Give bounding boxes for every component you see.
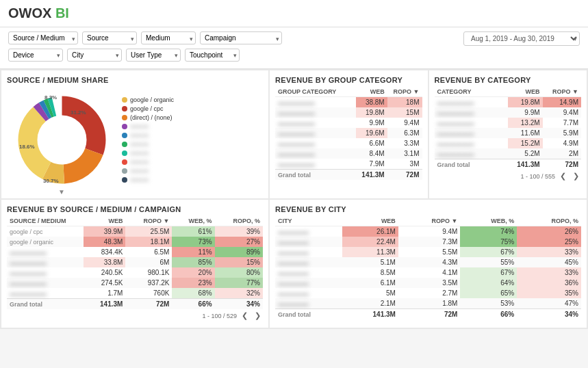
- revenue-city-panel: REVENUE BY CITY CITY WEB ROPO ▼ WEB, % R…: [270, 200, 587, 328]
- city-select[interactable]: City: [67, 49, 122, 62]
- legend-dot-8: [122, 159, 127, 165]
- city-label: ▬▬▬▬▬: [275, 257, 342, 267]
- date-select[interactable]: Aug 1, 2019 - Aug 30, 2019: [463, 31, 580, 46]
- group-cat-ropo: 3.1M: [387, 148, 422, 159]
- legend-label-10: ●●●●●: [130, 176, 149, 183]
- sm-next-page[interactable]: ❯: [253, 311, 263, 321]
- sm-label: ▬▬▬▬▬▬: [7, 267, 84, 278]
- city-filter[interactable]: City: [67, 49, 122, 62]
- source-filter[interactable]: Source: [82, 31, 137, 46]
- group-cat-web: 19.6M: [356, 128, 387, 138]
- city-web-pct: 65%: [460, 288, 517, 298]
- city-ropo-pct: 26%: [517, 226, 581, 237]
- col-web-pct-city[interactable]: WEB, %: [460, 216, 517, 226]
- city-label: ▬▬▬▬▬: [275, 237, 342, 247]
- filter-row-1: Source / Medium Source Medium Campaign A…: [8, 31, 580, 46]
- device-filter[interactable]: Device: [8, 49, 63, 62]
- legend-label-5: ●●●●●: [130, 132, 149, 139]
- table-row: ▬▬▬▬▬▬ 15.2M 4.9M: [435, 138, 582, 148]
- table-row: ▬▬▬▬▬▬ 240.5K 980.1K 20% 80%: [7, 267, 263, 278]
- cat-web: 5.2M: [508, 148, 543, 159]
- col-web-pct-sm[interactable]: WEB, %: [172, 216, 214, 226]
- touchpoint-select[interactable]: Touchpoint: [185, 49, 240, 62]
- device-select[interactable]: Device: [8, 49, 63, 62]
- svg-text:30.7%: 30.7%: [43, 178, 59, 184]
- city-ropo: 5.5M: [398, 247, 461, 257]
- group-cat-ropo: 3.3M: [387, 138, 422, 148]
- city-ropo: 4.3M: [398, 257, 461, 267]
- sm-web: 39.9M: [84, 226, 125, 237]
- touchpoint-filter[interactable]: Touchpoint: [185, 49, 240, 62]
- grand-total-row: Grand total 141.3M 72M: [275, 170, 422, 181]
- medium-filter[interactable]: Medium: [141, 31, 196, 46]
- source-medium-select[interactable]: Source / Medium: [8, 31, 78, 44]
- col-ropo-city[interactable]: ROPO ▼: [398, 216, 461, 226]
- group-category-table-body: ▬▬▬▬▬▬ 38.8M 18M ▬▬▬▬▬▬ 19.8M 15M ▬▬▬▬▬▬…: [275, 97, 422, 181]
- col-ropo-pct-sm[interactable]: ROPO, %: [215, 216, 263, 226]
- city-table: CITY WEB ROPO ▼ WEB, % ROPO, % ▬▬▬▬▬ 26.…: [275, 216, 581, 319]
- sm-label: google / organic: [7, 237, 84, 247]
- col-web-sm[interactable]: WEB: [84, 216, 125, 226]
- medium-select[interactable]: Medium: [141, 31, 196, 44]
- grand-total-ropo: 72M: [387, 170, 422, 181]
- table-header-row: GROUP CATEGORY WEB ROPO ▼: [275, 87, 422, 97]
- logo: OWOX BI: [8, 5, 69, 21]
- sm-label: ▬▬▬▬▬▬: [7, 278, 84, 288]
- revenue-category-panel: REVENUE BY CATEGORY CATEGORY WEB ROPO ▼ …: [429, 70, 587, 198]
- grand-total-row: Grand total 141.3M 72M: [435, 159, 582, 170]
- source-medium-table: SOURCE / MEDIUM WEB ROPO ▼ WEB, % ROPO, …: [7, 216, 263, 309]
- col-web-header[interactable]: WEB: [508, 87, 543, 97]
- group-cat-web: 8.4M: [356, 148, 387, 159]
- user-type-filter[interactable]: User Type: [126, 49, 181, 62]
- campaign-select[interactable]: Campaign: [200, 31, 282, 44]
- sm-prev-page[interactable]: ❮: [240, 311, 250, 321]
- col-web-header[interactable]: WEB: [356, 87, 387, 97]
- table-row: ▬▬▬▬▬ 11.3M 5.5M 67% 33%: [275, 247, 581, 257]
- group-cat-web: 7.9M: [356, 159, 387, 170]
- col-ropo-pct-city[interactable]: ROPO, %: [517, 216, 581, 226]
- user-type-select[interactable]: User Type: [126, 49, 181, 62]
- col-ropo-header[interactable]: ROPO ▼: [387, 87, 422, 97]
- grand-total-web: 141.3M: [508, 159, 543, 170]
- city-ropo: 3.5M: [398, 278, 461, 288]
- revenue-city-title: REVENUE BY CITY: [275, 205, 581, 213]
- city-ropo: 2.7M: [398, 288, 461, 298]
- city-web: 5.1M: [342, 257, 398, 267]
- sm-ropo-pct: 15%: [215, 257, 263, 267]
- cat-label: ▬▬▬▬▬▬: [435, 107, 508, 118]
- city-label: ▬▬▬▬▬: [275, 267, 342, 278]
- group-cat-web: 9.9M: [356, 118, 387, 128]
- source-select[interactable]: Source: [82, 31, 137, 44]
- city-web: 8.5M: [342, 267, 398, 278]
- campaign-filter[interactable]: Campaign: [200, 31, 282, 46]
- category-prev-page[interactable]: ❮: [558, 171, 568, 181]
- city-ropo: 1.8M: [398, 298, 461, 309]
- grand-total-web: 141.3M: [356, 170, 387, 181]
- dashboard: SOURCE / MEDIUM SHARE: [0, 69, 588, 329]
- date-range-container[interactable]: Aug 1, 2019 - Aug 30, 2019: [463, 31, 580, 46]
- col-web-city[interactable]: WEB: [342, 216, 398, 226]
- group-cat-label: ▬▬▬▬▬▬: [275, 159, 356, 170]
- city-web: 22.4M: [342, 237, 398, 247]
- sm-label: ▬▬▬▬▬▬: [7, 257, 84, 267]
- date-range-picker[interactable]: Aug 1, 2019 - Aug 30, 2019: [463, 31, 580, 46]
- table-row: ▬▬▬▬▬▬ 1.7M 760K 68% 32%: [7, 288, 263, 299]
- grand-total-ropo: 72M: [543, 159, 581, 170]
- source-medium-filter[interactable]: Source / Medium: [8, 31, 78, 46]
- table-row: ▬▬▬▬▬▬ 9.9M 9.4M: [275, 118, 422, 128]
- grand-total-label: Grand total: [275, 309, 342, 320]
- col-ropo-header[interactable]: ROPO ▼: [543, 87, 581, 97]
- group-cat-label: ▬▬▬▬▬▬: [275, 128, 356, 138]
- legend-dot-4: [122, 124, 127, 129]
- table-header-row: CATEGORY WEB ROPO ▼: [435, 87, 582, 97]
- table-row: ▬▬▬▬▬▬ 13.2M 7.7M: [435, 118, 582, 128]
- sm-web-pct: 20%: [172, 267, 214, 278]
- col-city: CITY: [275, 216, 342, 226]
- col-ropo-sm[interactable]: ROPO ▼: [125, 216, 172, 226]
- cat-web: 15.2M: [508, 138, 543, 148]
- legend-item-8: ●●●●●: [122, 159, 263, 166]
- legend-dot-9: [122, 168, 127, 174]
- group-cat-ropo: 18M: [387, 97, 422, 108]
- category-next-page[interactable]: ❯: [571, 171, 581, 181]
- cat-label: ▬▬▬▬▬▬: [435, 118, 508, 128]
